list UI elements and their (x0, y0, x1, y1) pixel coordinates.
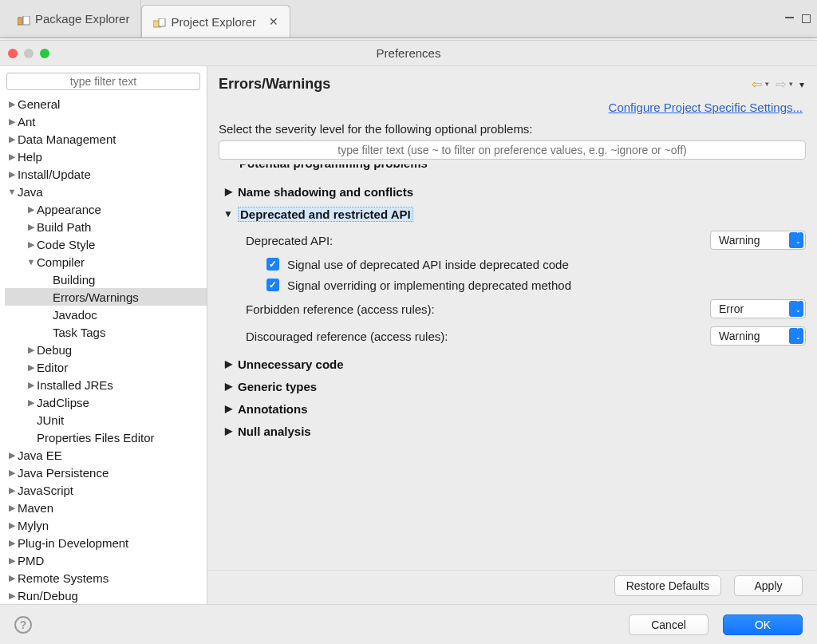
project-explorer-icon (153, 17, 166, 26)
tree-item-java-persistence[interactable]: ▶Java Persistence (5, 464, 207, 481)
group-annotations[interactable]: ▶Annotations (219, 397, 806, 420)
apply-button[interactable]: Apply (734, 575, 803, 596)
tree-item-junit[interactable]: JUnit (5, 411, 207, 429)
svg-rect-3 (159, 18, 165, 26)
tree-item-javadoc[interactable]: Javadoc (5, 306, 207, 323)
tree-item-general[interactable]: ▶General (5, 95, 207, 113)
tree-item-editor[interactable]: ▶Editor (5, 358, 207, 376)
dialog-titlebar: Preferences (0, 41, 817, 66)
tree-item-install-update[interactable]: ▶Install/Update (5, 165, 207, 183)
tree-item-remote-systems[interactable]: ▶Remote Systems (5, 569, 207, 587)
tree-item-errors-warnings[interactable]: Errors/Warnings (5, 288, 207, 306)
tree-item-help[interactable]: ▶Help (5, 148, 207, 165)
page-button-row: Restore Defaults Apply (207, 570, 817, 604)
preferences-dialog: Preferences ▶General ▶Ant ▶Data Manageme… (0, 40, 817, 644)
tree-item-maven[interactable]: ▶Maven (5, 499, 207, 516)
tree-item-pmd[interactable]: ▶PMD (5, 551, 207, 569)
checkbox-label: Signal use of deprecated API inside depr… (287, 258, 569, 271)
group-deprecated-api[interactable]: ▼Deprecated and restricted API (219, 203, 806, 225)
checkbox-checked-icon[interactable]: ✓ (266, 279, 279, 291)
checkbox-checked-icon[interactable]: ✓ (266, 258, 279, 271)
severity-filter-input[interactable] (219, 140, 806, 160)
close-icon[interactable]: ✕ (269, 15, 278, 28)
forward-icon[interactable]: ⇨ (776, 77, 786, 92)
group-potential-problems[interactable]: Potential programming problems (219, 164, 806, 180)
settings-scroll-area[interactable]: Potential programming problems ▶Name sha… (219, 164, 806, 565)
tree-item-jadclipse[interactable]: ▶JadClipse (5, 393, 207, 411)
svg-rect-1 (23, 16, 30, 25)
nav-filter-input[interactable] (6, 73, 200, 90)
page-title: Errors/Warnings (219, 76, 330, 93)
maximize-icon[interactable] (802, 14, 811, 23)
discouraged-ref-select[interactable]: Warning (710, 326, 806, 346)
minimize-icon[interactable] (785, 17, 794, 18)
group-name-shadowing[interactable]: ▶Name shadowing and conflicts (219, 180, 806, 203)
eclipse-tab-bar: Package Explorer Project Explorer ✕ (0, 0, 817, 38)
tree-item-task-tags[interactable]: Task Tags (5, 323, 207, 341)
tab-package-explorer[interactable]: Package Explorer (6, 0, 141, 38)
signal-inside-checkbox-row[interactable]: ✓ Signal use of deprecated API inside de… (246, 254, 806, 275)
tree-item-mylyn[interactable]: ▶Mylyn (5, 516, 207, 534)
tab-label: Project Explorer (171, 15, 256, 29)
tree-item-java-ee[interactable]: ▶Java EE (5, 446, 207, 464)
view-menu-icon[interactable]: ▾ (799, 79, 804, 90)
preferences-tree[interactable]: ▶General ▶Ant ▶Data Management ▶Help ▶In… (0, 93, 207, 604)
back-icon[interactable]: ⇦ (752, 77, 762, 92)
tree-item-build-path[interactable]: ▶Build Path (5, 218, 207, 235)
ok-button[interactable]: OK (723, 614, 803, 635)
tree-item-debug[interactable]: ▶Debug (5, 341, 207, 358)
checkbox-label: Signal overriding or implementing deprec… (287, 279, 571, 292)
group-null-analysis[interactable]: ▶Null analysis (219, 420, 806, 442)
tree-item-data-management[interactable]: ▶Data Management (5, 130, 207, 148)
tree-item-code-style[interactable]: ▶Code Style (5, 235, 207, 253)
deprecated-api-select[interactable]: Warning (710, 231, 806, 250)
tab-label: Package Explorer (35, 12, 129, 26)
tree-item-java[interactable]: ▼Java (5, 183, 207, 200)
tree-item-javascript[interactable]: ▶JavaScript (5, 481, 207, 499)
svg-rect-0 (18, 18, 22, 25)
signal-override-checkbox-row[interactable]: ✓ Signal overriding or implementing depr… (246, 275, 806, 295)
dialog-footer: ? Cancel OK (0, 604, 817, 644)
forbidden-ref-label: Forbidden reference (access rules): (246, 302, 710, 316)
tree-item-ant[interactable]: ▶Ant (5, 113, 207, 130)
preferences-nav: ▶General ▶Ant ▶Data Management ▶Help ▶In… (0, 66, 207, 604)
tree-item-compiler[interactable]: ▼Compiler (5, 253, 207, 271)
deprecated-api-label: Deprecated API: (246, 234, 710, 247)
cancel-button[interactable]: Cancel (629, 614, 708, 635)
tree-item-properties-editor[interactable]: Properties Files Editor (5, 429, 207, 446)
forward-menu-caret[interactable]: ▾ (789, 80, 793, 88)
tree-item-installed-jres[interactable]: ▶Installed JREs (5, 376, 207, 393)
forbidden-ref-select[interactable]: Error (710, 299, 806, 318)
group-generic-types[interactable]: ▶Generic types (219, 375, 806, 397)
package-explorer-icon (18, 14, 30, 24)
tree-item-plugin-dev[interactable]: ▶Plug-in Development (5, 534, 207, 551)
dialog-title: Preferences (0, 46, 817, 60)
preferences-page: Errors/Warnings ⇦▾ ⇨▾ ▾ Configure Projec… (207, 66, 817, 604)
discouraged-ref-label: Discouraged reference (access rules): (246, 330, 710, 343)
restore-defaults-button[interactable]: Restore Defaults (614, 575, 721, 596)
minimize-maximize-controls (785, 0, 811, 38)
severity-instruction: Select the severity level for the follow… (207, 122, 817, 140)
tree-item-run-debug[interactable]: ▶Run/Debug (5, 587, 207, 604)
configure-project-link[interactable]: Configure Project Specific Settings... (609, 101, 803, 114)
back-menu-caret[interactable]: ▾ (765, 80, 769, 88)
tree-item-building[interactable]: Building (5, 271, 207, 288)
deprecated-section: Deprecated API: Warning ✓ Signal use of … (219, 225, 806, 353)
help-icon[interactable]: ? (14, 616, 32, 634)
tree-item-appearance[interactable]: ▶Appearance (5, 200, 207, 218)
group-unnecessary-code[interactable]: ▶Unnecessary code (219, 353, 806, 375)
tab-project-explorer[interactable]: Project Explorer ✕ (141, 5, 290, 38)
